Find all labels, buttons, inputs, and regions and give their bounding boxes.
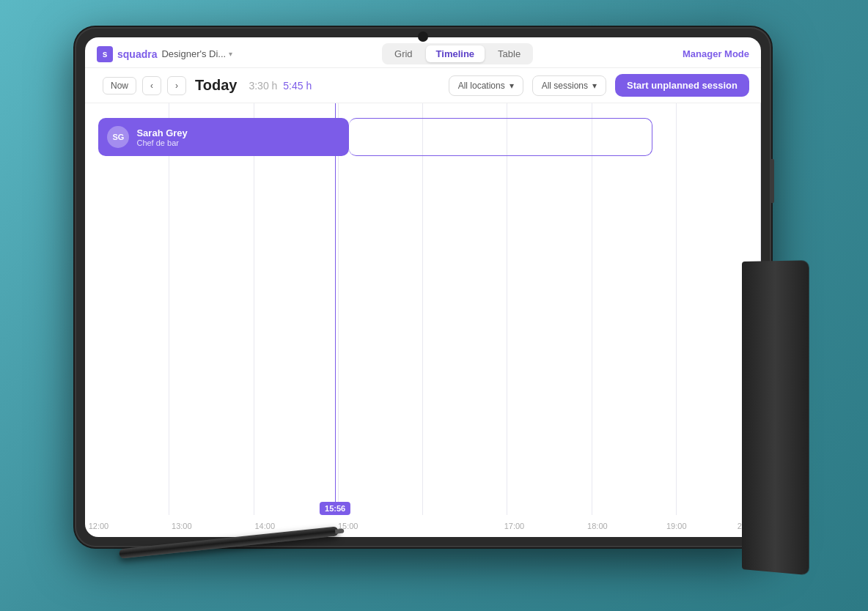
time-info: 3:30 h 5:45 h [249,80,312,92]
front-camera-icon [418,32,428,42]
logo-area: s squadra Designer's Di... ▾ [97,46,232,62]
sessions-chevron-icon: ▾ [592,81,597,91]
nav-controls: Now ‹ › [103,76,186,95]
avatar: SG [107,126,129,148]
session-info: Sarah Grey Chef de bar [136,127,187,147]
time-label-1300: 13:00 [172,522,192,530]
current-time-badge: 15:56 [320,502,350,515]
grid-col-5 [423,103,507,515]
now-button[interactable]: Now [103,77,136,95]
employee-name: Sarah Grey [136,127,187,138]
time-label-1200: 12:00 [89,522,109,530]
time-labels-row: 12:00 13:00 14:00 15:00 17:00 18:00 19:0… [85,515,761,537]
workspace-chevron-icon[interactable]: ▾ [229,50,232,58]
grid-col-7 [592,103,677,515]
tab-table[interactable]: Table [488,45,531,62]
grid-col-3 [254,103,339,515]
app-name-label: squadra [117,48,157,60]
employee-role: Chef de bar [136,138,187,147]
tablet-stand [742,260,809,575]
start-session-button[interactable]: Start unplanned session [615,74,749,97]
grid-col-2 [169,103,254,515]
time-label-1800: 18:00 [587,522,608,530]
timeline-grid [85,103,761,515]
top-bar: s squadra Designer's Di... ▾ Grid Timeli… [85,37,761,68]
timeline-area: SG Sarah Grey Chef de bar 15:56 [85,103,761,537]
time-label-1900: 19:00 [666,522,687,530]
manager-mode-button[interactable]: Manager Mode [683,48,749,59]
all-locations-dropdown[interactable]: All locations ▾ [449,75,523,96]
workspace-name-label: Designer's Di... ▾ [161,48,232,59]
time-label-1700: 17:00 [504,522,525,530]
app-container: s squadra Designer's Di... ▾ Grid Timeli… [85,37,761,537]
time-label-1400: 14:00 [254,522,275,530]
grid-col-6 [507,103,592,515]
tab-timeline[interactable]: Timeline [426,45,485,62]
view-tab-group: Grid Timeline Table [382,43,533,64]
app-logo-icon: s [97,46,113,62]
power-button [771,159,774,203]
session-block-sarah-grey[interactable]: SG Sarah Grey Chef de bar [98,118,348,156]
next-button[interactable]: › [167,76,186,95]
grid-col-4 [339,103,423,515]
tab-grid[interactable]: Grid [384,45,423,62]
locations-chevron-icon: ▾ [510,81,514,91]
current-time-line [335,103,336,515]
tablet-wrapper: s squadra Designer's Di... ▾ Grid Timeli… [75,27,793,584]
tablet-screen: s squadra Designer's Di... ▾ Grid Timeli… [85,37,761,537]
grid-col-1 [85,103,169,515]
tablet-frame: s squadra Designer's Di... ▾ Grid Timeli… [75,27,771,547]
header-bar: Now ‹ › Today 3:30 h 5:45 h All location… [85,68,761,103]
prev-button[interactable]: ‹ [142,76,161,95]
session-block-outline [349,118,653,156]
date-label: Today [195,77,237,94]
all-sessions-dropdown[interactable]: All sessions ▾ [532,75,606,96]
